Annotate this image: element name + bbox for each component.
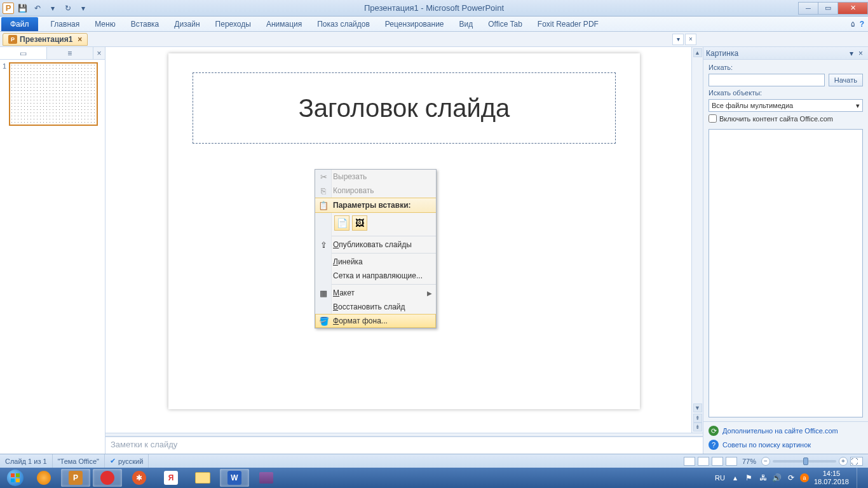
- show-desktop-button[interactable]: [857, 468, 863, 488]
- qat-save-button[interactable]: 💾: [15, 2, 29, 15]
- taskbar-clock[interactable]: 14:15 18.07.2018: [814, 470, 849, 486]
- taskpane-close[interactable]: ×: [856, 49, 865, 58]
- ribbon-tab-view[interactable]: Вид: [452, 17, 481, 31]
- ribbon-tab-animation[interactable]: Анимация: [259, 17, 309, 31]
- qat-redo-button[interactable]: ↻: [61, 2, 75, 15]
- zoom-out-button[interactable]: −: [761, 457, 770, 466]
- ribbon-tab-review[interactable]: Рецензирование: [377, 17, 452, 31]
- next-slide-button[interactable]: ⇟: [693, 423, 702, 431]
- taskbar-time: 14:15: [814, 470, 849, 478]
- search-input[interactable]: [709, 74, 825, 86]
- paste-picture[interactable]: 🖼: [352, 215, 367, 231]
- tray-network-icon[interactable]: 🖧: [758, 473, 768, 483]
- ctx-reset-slide[interactable]: Восстановить слайд: [315, 300, 436, 314]
- close-button[interactable]: ✕: [837, 2, 868, 15]
- slides-tab[interactable]: ▭: [0, 47, 47, 59]
- taskpane-dropdown[interactable]: ▾: [847, 49, 856, 58]
- ribbon-tab-transitions[interactable]: Переходы: [208, 17, 259, 31]
- tray-flag-icon[interactable]: ⚑: [744, 473, 754, 483]
- search-button[interactable]: Начать: [829, 74, 863, 86]
- slide-title-placeholder[interactable]: Заголовок слайда: [193, 72, 616, 144]
- ctx-layout[interactable]: ▦ Макет ▶: [315, 286, 436, 300]
- doc-tab-dropdown[interactable]: ▾: [672, 34, 684, 45]
- tray-sync-icon[interactable]: ⟳: [786, 473, 796, 483]
- scroll-up-button[interactable]: ▲: [693, 48, 702, 57]
- taskbar-opera[interactable]: [93, 469, 122, 487]
- doc-tab-close-all[interactable]: ×: [685, 34, 696, 45]
- qat-customize-dropdown[interactable]: ▾: [76, 2, 90, 15]
- ribbon-tab-insert[interactable]: Вставка: [123, 17, 167, 31]
- slideshow-view-button[interactable]: [726, 457, 737, 466]
- file-tab[interactable]: Файл: [1, 17, 38, 31]
- powerpoint-icon: P: [3, 3, 14, 14]
- search-tips-link[interactable]: ? Советы по поиску картинок: [709, 440, 863, 450]
- include-office-checkbox[interactable]: Включить контент сайта Office.com: [709, 114, 863, 123]
- document-tab-close[interactable]: ×: [78, 35, 82, 44]
- status-slide-count[interactable]: Слайд 1 из 1: [0, 454, 53, 468]
- sorter-view-button[interactable]: [698, 457, 709, 466]
- prev-slide-button[interactable]: ⇞: [693, 414, 702, 423]
- start-button[interactable]: [3, 468, 28, 487]
- ctx-ruler[interactable]: Линейка: [315, 255, 436, 269]
- office-more-link[interactable]: ⟳ Дополнительно на сайте Office.com: [709, 426, 863, 436]
- minimize-button[interactable]: ─: [798, 2, 818, 15]
- ribbon-minimize-button[interactable]: ۵: [851, 20, 855, 29]
- ctx-publish-slides[interactable]: ⇪ ООпубликовать слайдыпубликовать слайды: [315, 238, 436, 252]
- ctx-format-background[interactable]: 🪣 Формат фона...: [315, 314, 436, 328]
- slide-thumbnail-1[interactable]: 1: [3, 62, 102, 126]
- ribbon-tab-officetab[interactable]: Office Tab: [480, 17, 530, 31]
- qat-undo-button[interactable]: ↶: [31, 2, 44, 15]
- spellcheck-icon: ✔: [110, 457, 116, 465]
- windows-taskbar: P ✱ Я W RU ▴ ⚑ 🖧 🔊 ⟳ a 14:15 18.07.2018: [0, 468, 868, 488]
- chevron-right-icon: ▶: [427, 290, 432, 297]
- taskbar-word[interactable]: W: [220, 469, 249, 487]
- tray-volume-icon[interactable]: 🔊: [772, 473, 782, 483]
- taskbar-language[interactable]: RU: [715, 474, 725, 482]
- zoom-slider[interactable]: [773, 460, 836, 463]
- results-list[interactable]: [709, 129, 863, 417]
- statusbar: Слайд 1 из 1 "Тема Office" ✔ русский 77%…: [0, 454, 868, 468]
- include-office-input[interactable]: [709, 114, 717, 123]
- slide-thumb-preview[interactable]: [9, 62, 98, 126]
- paste-icon: 📋: [318, 200, 329, 211]
- taskbar-winrar[interactable]: [252, 469, 281, 487]
- taskbar-app-4[interactable]: ✱: [125, 469, 154, 487]
- layout-icon: ▦: [318, 287, 329, 299]
- ribbon-tab-home[interactable]: Главная: [43, 17, 88, 31]
- notes-pane[interactable]: Заметки к слайду: [105, 436, 703, 454]
- fit-to-window-button[interactable]: ⛶: [850, 457, 863, 466]
- qat-undo-dropdown[interactable]: ▾: [46, 2, 60, 15]
- tray-show-hidden-icon[interactable]: ▴: [730, 473, 740, 483]
- zoom-percent[interactable]: 77%: [742, 458, 756, 465]
- tray-avast-icon[interactable]: a: [800, 473, 809, 482]
- ctx-copy: ⎘ Копировать: [315, 184, 436, 198]
- paste-keep-formatting[interactable]: 📄: [334, 215, 349, 231]
- taskpane-title: Картинка: [706, 49, 738, 58]
- status-language[interactable]: ✔ русский: [105, 454, 149, 468]
- outline-tab[interactable]: ≡: [47, 47, 94, 59]
- svg-rect-3: [16, 478, 20, 482]
- thumb-panel-close[interactable]: ×: [93, 47, 105, 59]
- ribbon-tab-foxit[interactable]: Foxit Reader PDF: [530, 17, 606, 31]
- taskbar-yandex[interactable]: Я: [156, 469, 186, 487]
- slide-thumb-number: 1: [3, 62, 6, 126]
- vertical-scrollbar[interactable]: ▲ ▼ ⇞ ⇟: [691, 47, 703, 433]
- zoom-in-button[interactable]: +: [839, 457, 848, 466]
- maximize-button[interactable]: ▭: [818, 2, 838, 15]
- normal-view-button[interactable]: [684, 457, 695, 466]
- taskbar-powerpoint[interactable]: P: [61, 469, 90, 487]
- status-theme[interactable]: "Тема Office": [53, 454, 105, 468]
- ctx-grid-guides[interactable]: Сетка и направляющие...: [315, 269, 436, 283]
- objects-select[interactable]: Все файлы мультимедиа ▾: [709, 99, 863, 112]
- ribbon-tab-design[interactable]: Дизайн: [166, 17, 207, 31]
- reading-view-button[interactable]: [712, 457, 723, 466]
- taskbar-explorer[interactable]: [188, 469, 217, 487]
- copy-icon: ⎘: [318, 185, 329, 196]
- scroll-down-button[interactable]: ▼: [693, 403, 702, 412]
- help-button[interactable]: ?: [860, 20, 864, 29]
- ribbon-tab-menu[interactable]: Меню: [87, 17, 123, 31]
- document-tab[interactable]: P Презентация1 ×: [3, 33, 88, 46]
- taskbar-app-1[interactable]: [29, 469, 58, 487]
- zoom-slider-thumb[interactable]: [803, 458, 808, 465]
- ribbon-tab-slideshow[interactable]: Показ слайдов: [309, 17, 377, 31]
